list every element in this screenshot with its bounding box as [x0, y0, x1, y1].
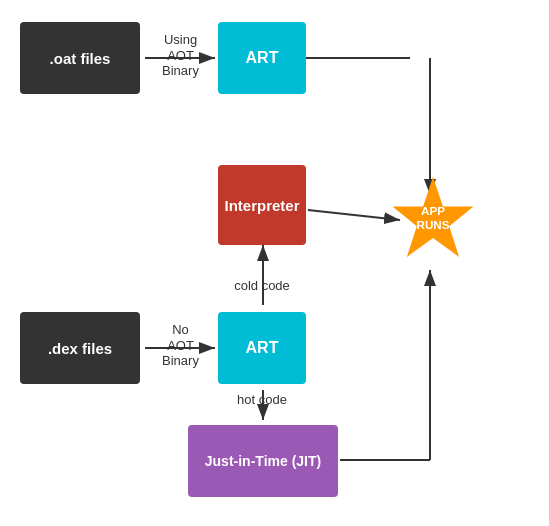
art-bottom-box: ART	[218, 312, 306, 384]
svg-text:APP: APP	[421, 204, 445, 217]
svg-marker-10	[393, 177, 474, 257]
oat-files-box: .oat files	[20, 22, 140, 94]
cold-code-label: cold code	[218, 278, 306, 294]
svg-line-4	[308, 210, 400, 220]
dex-files-box: .dex files	[20, 312, 140, 384]
app-runs-starburst: APP RUNS	[388, 175, 478, 265]
jit-box: Just-in-Time (JIT)	[188, 425, 338, 497]
using-aot-label: UsingAOTBinary	[148, 32, 213, 79]
diagram: .oat files ART Interpreter .dex files AR…	[0, 0, 549, 526]
svg-text:RUNS: RUNS	[416, 218, 449, 231]
art-top-box: ART	[218, 22, 306, 94]
no-aot-label: NoAOTBinary	[148, 322, 213, 369]
hot-code-label: hot code	[218, 392, 306, 408]
interpreter-box: Interpreter	[218, 165, 306, 245]
